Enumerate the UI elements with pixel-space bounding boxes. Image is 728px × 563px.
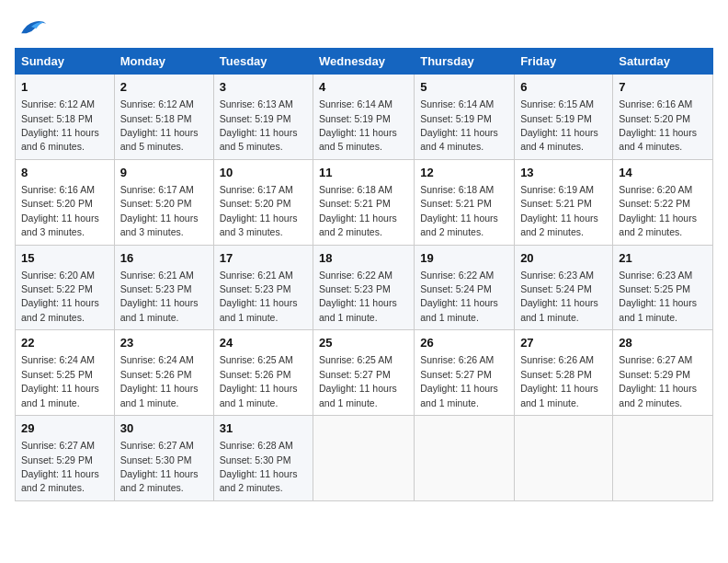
daylight-text: Daylight: 11 hours and 3 minutes.	[120, 213, 199, 237]
calendar-day-cell: 6Sunrise: 6:15 AMSunset: 5:19 PMDaylight…	[515, 75, 613, 160]
sunrise-text: Sunrise: 6:25 AM	[220, 354, 293, 365]
sunset-text: Sunset: 5:19 PM	[420, 113, 492, 124]
calendar-day-cell: 5Sunrise: 6:14 AMSunset: 5:19 PMDaylight…	[415, 75, 515, 160]
day-number: 19	[420, 250, 508, 267]
sunrise-text: Sunrise: 6:18 AM	[319, 184, 392, 195]
weekday-header-tuesday: Tuesday	[213, 49, 313, 75]
sunset-text: Sunset: 5:27 PM	[420, 369, 492, 380]
calendar-week-row: 8Sunrise: 6:16 AMSunset: 5:20 PMDaylight…	[16, 159, 713, 245]
sunrise-text: Sunrise: 6:27 AM	[21, 440, 95, 451]
day-number: 14	[619, 165, 707, 181]
sunset-text: Sunset: 5:23 PM	[319, 283, 391, 294]
calendar-table: SundayMondayTuesdayWednesdayThursdayFrid…	[15, 48, 713, 501]
calendar-day-cell: 13Sunrise: 6:19 AMSunset: 5:21 PMDayligh…	[515, 159, 613, 245]
day-number: 24	[220, 335, 307, 351]
daylight-text: Daylight: 11 hours and 2 minutes.	[619, 383, 697, 408]
sunrise-text: Sunrise: 6:16 AM	[619, 98, 692, 109]
day-number: 27	[520, 335, 607, 351]
daylight-text: Daylight: 11 hours and 1 minute.	[120, 297, 199, 322]
sunrise-text: Sunrise: 6:14 AM	[319, 98, 392, 109]
daylight-text: Daylight: 11 hours and 2 minutes.	[520, 213, 598, 237]
daylight-text: Daylight: 11 hours and 5 minutes.	[319, 127, 397, 152]
calendar-week-row: 22Sunrise: 6:24 AMSunset: 5:25 PMDayligh…	[16, 330, 713, 416]
calendar-day-cell: 9Sunrise: 6:17 AMSunset: 5:20 PMDaylight…	[114, 159, 213, 245]
sunset-text: Sunset: 5:23 PM	[220, 283, 291, 294]
daylight-text: Daylight: 11 hours and 1 minute.	[420, 383, 498, 408]
daylight-text: Daylight: 11 hours and 1 minute.	[520, 383, 598, 408]
daylight-text: Daylight: 11 hours and 1 minute.	[220, 297, 298, 322]
sunrise-text: Sunrise: 6:26 AM	[520, 354, 594, 365]
calendar-day-cell: 15Sunrise: 6:20 AMSunset: 5:22 PMDayligh…	[16, 245, 115, 330]
day-number: 10	[220, 165, 307, 181]
day-number: 12	[420, 165, 508, 181]
daylight-text: Daylight: 11 hours and 1 minute.	[420, 297, 498, 322]
sunset-text: Sunset: 5:28 PM	[520, 369, 592, 380]
sunrise-text: Sunrise: 6:28 AM	[220, 440, 293, 451]
daylight-text: Daylight: 11 hours and 4 minutes.	[619, 127, 697, 152]
calendar-day-cell	[613, 416, 713, 501]
day-number: 26	[420, 335, 508, 351]
day-number: 8	[21, 165, 108, 181]
day-number: 1	[21, 79, 108, 96]
sunrise-text: Sunrise: 6:23 AM	[520, 270, 594, 281]
sunset-text: Sunset: 5:20 PM	[120, 198, 192, 209]
calendar-day-cell: 20Sunrise: 6:23 AMSunset: 5:24 PMDayligh…	[515, 245, 613, 330]
sunset-text: Sunset: 5:26 PM	[120, 369, 192, 380]
daylight-text: Daylight: 11 hours and 3 minutes.	[220, 213, 298, 237]
sunset-text: Sunset: 5:19 PM	[319, 113, 391, 124]
sunrise-text: Sunrise: 6:17 AM	[120, 184, 194, 195]
day-number: 5	[420, 79, 508, 96]
sunrise-text: Sunrise: 6:27 AM	[619, 354, 692, 365]
day-number: 31	[220, 420, 307, 437]
calendar-day-cell: 21Sunrise: 6:23 AMSunset: 5:25 PMDayligh…	[613, 245, 713, 330]
sunset-text: Sunset: 5:18 PM	[21, 113, 93, 124]
logo	[15, 15, 48, 40]
daylight-text: Daylight: 11 hours and 4 minutes.	[420, 127, 498, 152]
day-number: 28	[619, 335, 707, 351]
calendar-body: 1Sunrise: 6:12 AMSunset: 5:18 PMDaylight…	[16, 75, 713, 501]
daylight-text: Daylight: 11 hours and 1 minute.	[619, 297, 697, 322]
calendar-week-row: 1Sunrise: 6:12 AMSunset: 5:18 PMDaylight…	[16, 75, 713, 160]
calendar-day-cell: 29Sunrise: 6:27 AMSunset: 5:29 PMDayligh…	[16, 416, 115, 501]
sunrise-text: Sunrise: 6:18 AM	[420, 184, 494, 195]
weekday-header-thursday: Thursday	[415, 49, 515, 75]
calendar-day-cell: 25Sunrise: 6:25 AMSunset: 5:27 PMDayligh…	[313, 330, 415, 416]
sunset-text: Sunset: 5:29 PM	[21, 454, 93, 465]
daylight-text: Daylight: 11 hours and 5 minutes.	[120, 127, 199, 152]
logo-bird-icon	[15, 15, 48, 40]
calendar-day-cell: 26Sunrise: 6:26 AMSunset: 5:27 PMDayligh…	[415, 330, 515, 416]
daylight-text: Daylight: 11 hours and 2 minutes.	[120, 468, 199, 493]
daylight-text: Daylight: 11 hours and 2 minutes.	[619, 213, 697, 237]
day-number: 20	[520, 250, 607, 267]
sunset-text: Sunset: 5:22 PM	[619, 198, 690, 209]
day-number: 30	[120, 420, 208, 437]
calendar-day-cell: 27Sunrise: 6:26 AMSunset: 5:28 PMDayligh…	[515, 330, 613, 416]
day-number: 15	[21, 250, 108, 267]
calendar-day-cell	[515, 416, 613, 501]
sunset-text: Sunset: 5:22 PM	[21, 283, 93, 294]
sunrise-text: Sunrise: 6:23 AM	[619, 270, 692, 281]
sunset-text: Sunset: 5:19 PM	[520, 113, 592, 124]
day-number: 22	[21, 335, 108, 351]
sunrise-text: Sunrise: 6:22 AM	[319, 270, 392, 281]
sunset-text: Sunset: 5:21 PM	[319, 198, 391, 209]
weekday-header-monday: Monday	[114, 49, 213, 75]
day-number: 3	[220, 79, 307, 96]
sunrise-text: Sunrise: 6:20 AM	[21, 270, 95, 281]
calendar-day-cell: 10Sunrise: 6:17 AMSunset: 5:20 PMDayligh…	[213, 159, 313, 245]
day-number: 17	[220, 250, 307, 267]
calendar-day-cell: 18Sunrise: 6:22 AMSunset: 5:23 PMDayligh…	[313, 245, 415, 330]
sunrise-text: Sunrise: 6:24 AM	[120, 354, 194, 365]
daylight-text: Daylight: 11 hours and 3 minutes.	[21, 213, 99, 237]
day-number: 29	[21, 420, 108, 437]
sunset-text: Sunset: 5:26 PM	[220, 369, 291, 380]
sunset-text: Sunset: 5:25 PM	[619, 283, 690, 294]
daylight-text: Daylight: 11 hours and 1 minute.	[319, 383, 397, 408]
sunset-text: Sunset: 5:20 PM	[619, 113, 690, 124]
calendar-week-row: 15Sunrise: 6:20 AMSunset: 5:22 PMDayligh…	[16, 245, 713, 330]
sunrise-text: Sunrise: 6:14 AM	[420, 98, 494, 109]
sunrise-text: Sunrise: 6:27 AM	[120, 440, 194, 451]
daylight-text: Daylight: 11 hours and 4 minutes.	[520, 127, 598, 152]
daylight-text: Daylight: 11 hours and 6 minutes.	[21, 127, 99, 152]
calendar-day-cell: 1Sunrise: 6:12 AMSunset: 5:18 PMDaylight…	[16, 75, 115, 160]
